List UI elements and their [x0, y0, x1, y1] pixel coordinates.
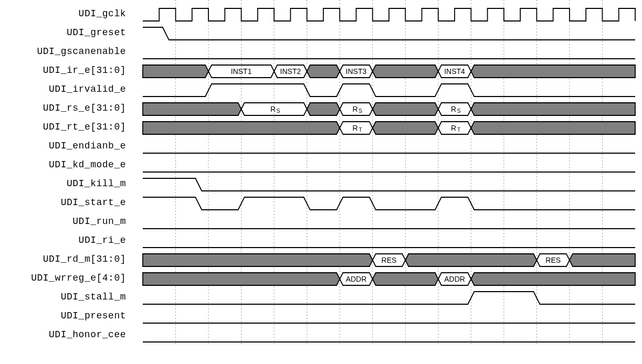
signal-label: UDI_ri_e [0, 235, 126, 245]
signal-row: UDI_greset [0, 24, 642, 43]
signal-wave [143, 326, 635, 345]
svg-text:S: S [359, 108, 362, 114]
svg-text:INST1: INST1 [231, 67, 252, 76]
signal-wave [143, 288, 635, 307]
signal-row: UDI_kd_mode_e [0, 156, 642, 175]
svg-text:R: R [270, 105, 276, 113]
svg-marker-63 [373, 273, 438, 285]
signal-wave [143, 175, 635, 194]
signal-label: UDI_rd_m[31:0] [0, 254, 126, 264]
svg-marker-15 [143, 65, 208, 78]
svg-text:ADDR: ADDR [444, 275, 465, 283]
svg-marker-26 [471, 65, 635, 78]
signal-wave: RESRES [143, 251, 635, 270]
svg-text:R: R [451, 124, 456, 132]
signal-label: UDI_start_e [0, 197, 126, 208]
svg-marker-48 [471, 122, 635, 134]
signal-label: UDI_gclk [0, 8, 126, 19]
signal-row: UDI_run_m [0, 213, 642, 232]
svg-text:ADDR: ADDR [346, 275, 367, 283]
signal-label: UDI_stall_m [0, 292, 126, 302]
signal-wave [143, 24, 635, 43]
signal-wave: RSRSRS [143, 100, 635, 119]
svg-text:INST2: INST2 [280, 67, 301, 76]
svg-text:T: T [359, 127, 362, 133]
svg-text:R: R [451, 105, 456, 113]
svg-text:S: S [457, 108, 461, 114]
svg-text:R: R [352, 105, 357, 113]
timing-diagram: UDI_gclkUDI_gresetUDI_gscanenableUDI_ir_… [0, 0, 642, 364]
svg-marker-20 [307, 65, 340, 78]
signal-label: UDI_honor_cee [0, 329, 126, 340]
signal-row: UDI_honor_cee [0, 326, 642, 345]
signal-wave: INST1INST2INST3INST4 [143, 62, 635, 81]
svg-marker-56 [405, 254, 536, 266]
signal-label: UDI_present [0, 311, 126, 321]
signal-row: UDI_present [0, 307, 642, 326]
signal-label: UDI_ir_e[31:0] [0, 65, 126, 76]
signal-label: UDI_wrreg_e[4:0] [0, 273, 126, 283]
signal-row: UDI_rs_e[31:0]RSRSRS [0, 100, 642, 119]
svg-marker-23 [373, 65, 438, 78]
svg-marker-27 [143, 103, 241, 115]
svg-marker-40 [143, 122, 340, 134]
svg-marker-44 [373, 122, 438, 134]
signal-row: UDI_rd_m[31:0]RESRES [0, 251, 642, 270]
signal-label: UDI_run_m [0, 216, 126, 227]
signal-label: UDI_endianb_e [0, 141, 126, 151]
svg-text:RES: RES [545, 256, 561, 264]
signal-row: UDI_gclk [0, 5, 642, 24]
signal-wave [143, 232, 635, 251]
signal-row: UDI_ir_e[31:0]INST1INST2INST3INST4 [0, 62, 642, 81]
svg-marker-35 [373, 103, 438, 115]
signal-wave: RTRT [143, 119, 635, 137]
svg-marker-39 [471, 103, 635, 115]
svg-text:RES: RES [382, 256, 397, 264]
signal-label: UDI_rs_e[31:0] [0, 103, 126, 113]
signal-row: UDI_endianb_e [0, 137, 642, 156]
signal-wave [143, 81, 635, 100]
signal-row: UDI_rt_e[31:0]RTRT [0, 119, 642, 137]
signal-row: UDI_wrreg_e[4:0]ADDRADDR [0, 270, 642, 288]
svg-text:INST3: INST3 [346, 67, 367, 76]
signal-row: UDI_ri_e [0, 232, 642, 251]
signal-wave [143, 156, 635, 175]
signal-row: UDI_irvalid_e [0, 81, 642, 100]
svg-marker-66 [471, 273, 635, 285]
signal-wave: ADDRADDR [143, 270, 635, 288]
signal-row: UDI_start_e [0, 194, 642, 213]
signal-row: UDI_gscanenable [0, 43, 642, 62]
signal-wave [143, 43, 635, 62]
signal-label: UDI_gscanenable [0, 46, 126, 57]
signal-wave [143, 194, 635, 213]
svg-text:S: S [277, 108, 280, 114]
signal-label: UDI_irvalid_e [0, 84, 126, 94]
svg-text:INST4: INST4 [444, 67, 465, 76]
signal-row: UDI_kill_m [0, 175, 642, 194]
signal-wave [143, 213, 635, 232]
signal-wave [143, 137, 635, 156]
signal-label: UDI_kill_m [0, 178, 126, 189]
svg-marker-53 [143, 254, 373, 266]
signal-wave [143, 5, 635, 24]
signal-wave [143, 307, 635, 326]
signal-label: UDI_kd_mode_e [0, 159, 126, 170]
svg-marker-60 [143, 273, 340, 285]
signal-row: UDI_stall_m [0, 288, 642, 307]
svg-text:T: T [457, 127, 460, 133]
svg-marker-59 [570, 254, 635, 266]
signal-label: UDI_greset [0, 27, 126, 38]
svg-text:R: R [352, 124, 357, 132]
signal-label: UDI_rt_e[31:0] [0, 122, 126, 132]
svg-marker-31 [307, 103, 340, 115]
